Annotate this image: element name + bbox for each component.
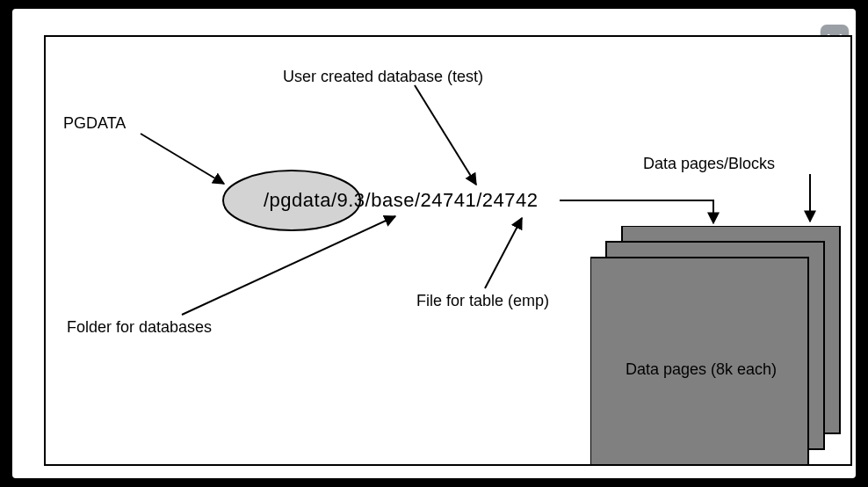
arrow-folder-to-base bbox=[182, 216, 395, 315]
arrow-userdb-to-path bbox=[415, 85, 476, 185]
arrows-layer bbox=[46, 37, 854, 468]
arrow-file-to-table bbox=[485, 218, 522, 288]
arrow-path-to-stack bbox=[560, 200, 713, 223]
card: Data pages (8k each) /pgdata/9.3/base/24… bbox=[12, 9, 856, 478]
diagram-frame: Data pages (8k each) /pgdata/9.3/base/24… bbox=[44, 35, 852, 466]
arrow-pgdata-to-ellipse bbox=[141, 134, 224, 184]
